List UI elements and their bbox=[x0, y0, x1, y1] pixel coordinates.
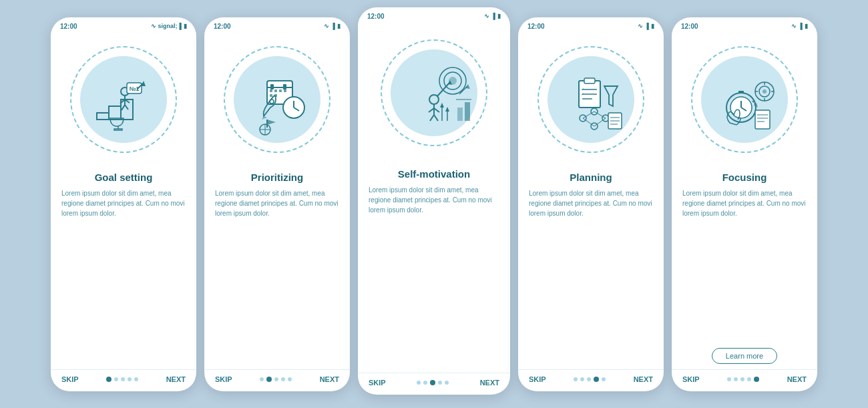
status-time-3: 12:00 bbox=[367, 13, 385, 20]
phones-container: 12:00 ∿ signal;▐ ▮ bbox=[37, 1, 831, 408]
phone-self-motivation: 12:00 ∿ ▐ ▮ bbox=[358, 7, 510, 395]
illustration-5 bbox=[672, 33, 817, 166]
svg-line-8 bbox=[125, 105, 128, 110]
screen-text-5: Lorem ipsum dolor sit dim amet, mea regi… bbox=[682, 188, 807, 343]
dots-1 bbox=[106, 377, 138, 382]
status-bar-2: 12:00 ∿ ▐ ▮ bbox=[204, 17, 350, 33]
dot-4-3 bbox=[594, 377, 599, 382]
prioritizing-icon bbox=[230, 53, 324, 146]
svg-line-65 bbox=[583, 118, 594, 126]
learn-more-button[interactable]: Learn more bbox=[712, 348, 777, 364]
dot-2-3 bbox=[281, 377, 285, 381]
svg-rect-20 bbox=[284, 89, 286, 92]
screen-title-1: Goal setting bbox=[61, 172, 186, 183]
skip-button-1[interactable]: SKIP bbox=[61, 375, 79, 383]
dot-3-0 bbox=[417, 381, 421, 385]
dot-1-1 bbox=[114, 377, 118, 381]
signal-icon-1: signal;▐ bbox=[158, 23, 182, 29]
status-bar-1: 12:00 ∿ signal;▐ ▮ bbox=[51, 17, 196, 33]
svg-line-66 bbox=[594, 118, 606, 126]
content-2: Prioritizing Lorem ipsum dolor sit dim a… bbox=[204, 166, 350, 367]
svg-rect-0 bbox=[97, 113, 109, 120]
next-button-4[interactable]: NEXT bbox=[634, 375, 653, 383]
next-button-3[interactable]: NEXT bbox=[480, 379, 499, 387]
dots-2 bbox=[260, 377, 292, 382]
svg-rect-19 bbox=[279, 89, 282, 92]
dot-5-3 bbox=[747, 377, 751, 381]
phone-focusing: 12:00 ∿ ▐ ▮ bbox=[672, 17, 817, 391]
bottom-nav-1: SKIP NEXT bbox=[51, 369, 196, 391]
status-icons-5: ∿ ▐ ▮ bbox=[791, 23, 808, 29]
status-time-1: 12:00 bbox=[60, 23, 77, 30]
skip-button-2[interactable]: SKIP bbox=[215, 375, 232, 383]
bottom-nav-4: SKIP NEXT bbox=[518, 369, 664, 391]
screen-text-2: Lorem ipsum dolor sit dim amet, mea regi… bbox=[215, 188, 339, 367]
svg-rect-1 bbox=[109, 106, 121, 120]
dots-5 bbox=[727, 377, 759, 382]
battery-icon-4: ▮ bbox=[651, 23, 654, 29]
wifi-icon-3: ∿ bbox=[484, 13, 489, 19]
phone-prioritizing: 12:00 ∿ ▐ ▮ bbox=[204, 17, 350, 391]
illustration-3 bbox=[358, 23, 510, 163]
svg-rect-17 bbox=[270, 89, 272, 92]
phone-goal-setting: 12:00 ∿ signal;▐ ▮ bbox=[51, 17, 196, 391]
next-button-2[interactable]: NEXT bbox=[320, 375, 339, 383]
svg-rect-53 bbox=[584, 78, 595, 83]
svg-rect-21 bbox=[270, 94, 272, 97]
screen-title-2: Prioritizing bbox=[215, 172, 339, 183]
dot-3-4 bbox=[445, 381, 449, 385]
skip-button-3[interactable]: SKIP bbox=[369, 379, 386, 387]
svg-line-39 bbox=[429, 108, 434, 112]
screen-title-5: Focusing bbox=[682, 172, 807, 183]
next-button-5[interactable]: NEXT bbox=[787, 375, 807, 383]
svg-marker-44 bbox=[440, 103, 444, 108]
phone-planning: 12:00 ∿ ▐ ▮ ✓ ✓ bbox=[518, 17, 664, 391]
status-time-2: 12:00 bbox=[214, 23, 231, 30]
status-bar-5: 12:00 ∿ ▐ ▮ bbox=[672, 17, 817, 33]
svg-text:✓: ✓ bbox=[581, 87, 584, 91]
bottom-nav-5: SKIP NEXT bbox=[672, 369, 817, 391]
signal-icon-4: ▐ bbox=[645, 23, 649, 29]
screen-text-4: Lorem ipsum dolor sit dim amet, mea regi… bbox=[529, 188, 653, 367]
dot-2-4 bbox=[288, 377, 292, 381]
focusing-icon bbox=[698, 53, 791, 146]
content-5: Focusing Lorem ipsum dolor sit dim amet,… bbox=[672, 166, 817, 367]
dot-3-2 bbox=[430, 380, 435, 385]
wifi-icon-2: ∿ bbox=[324, 23, 329, 29]
svg-point-37 bbox=[429, 95, 439, 104]
screen-title-3: Self-motivation bbox=[369, 168, 499, 180]
svg-rect-15 bbox=[270, 84, 274, 89]
dot-5-2 bbox=[740, 377, 744, 381]
content-4: Planning Lorem ipsum dolor sit dim amet,… bbox=[518, 166, 664, 367]
dot-5-4 bbox=[754, 377, 759, 382]
status-icons-2: ∿ ▐ ▮ bbox=[324, 23, 341, 29]
dot-5-0 bbox=[727, 377, 731, 381]
next-button-1[interactable]: NEXT bbox=[166, 375, 186, 383]
dot-3-3 bbox=[438, 381, 442, 385]
battery-icon-2: ▮ bbox=[337, 23, 341, 29]
wifi-icon-4: ∿ bbox=[638, 23, 643, 29]
bottom-nav-3: SKIP NEXT bbox=[358, 373, 510, 395]
dot-4-4 bbox=[602, 377, 606, 381]
svg-marker-46 bbox=[445, 107, 449, 112]
svg-rect-18 bbox=[274, 89, 277, 92]
battery-icon-3: ▮ bbox=[497, 13, 501, 19]
illustration-1: №1 bbox=[51, 33, 196, 166]
screen-text-3: Lorem ipsum dolor sit dim amet, mea regi… bbox=[369, 185, 499, 370]
dot-2-1 bbox=[266, 377, 272, 382]
screen-text-1: Lorem ipsum dolor sit dim amet, mea regi… bbox=[61, 188, 186, 367]
dot-1-3 bbox=[128, 377, 132, 381]
status-time-4: 12:00 bbox=[527, 23, 545, 30]
illustration-2 bbox=[204, 33, 350, 166]
dot-1-0 bbox=[106, 377, 112, 382]
svg-rect-47 bbox=[457, 108, 463, 121]
skip-button-4[interactable]: SKIP bbox=[529, 375, 546, 383]
dot-2-0 bbox=[260, 377, 264, 381]
dots-4 bbox=[574, 377, 606, 382]
battery-icon-5: ▮ bbox=[805, 23, 808, 29]
svg-line-7 bbox=[122, 105, 125, 110]
goal-setting-icon: №1 bbox=[77, 53, 170, 146]
skip-button-5[interactable]: SKIP bbox=[682, 375, 700, 383]
status-bar-3: 12:00 ∿ ▐ ▮ bbox=[358, 7, 510, 23]
wifi-icon-1: ∿ bbox=[151, 23, 156, 29]
